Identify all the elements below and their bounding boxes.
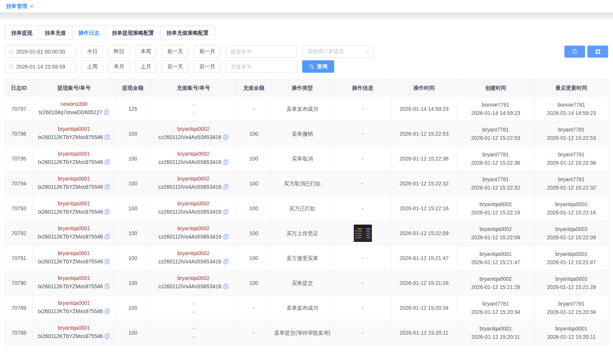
cell-operation-info: -: [334, 196, 391, 221]
charge-account-link[interactable]: bryantqa0002: [152, 125, 235, 133]
charge-account-link[interactable]: bryantqa0002: [152, 174, 235, 183]
log-id: 70791: [12, 255, 26, 261]
charge-account-link[interactable]: bryantqa0002: [152, 224, 235, 232]
copy-icon[interactable]: [223, 209, 229, 217]
copy-icon[interactable]: [223, 159, 229, 167]
close-icon[interactable]: ✕: [30, 3, 34, 9]
charge-account-link[interactable]: -: [152, 324, 235, 333]
cell-created-time: bryant7781 2026-01-12 15:22:36: [457, 146, 535, 171]
charge-account-link[interactable]: bryantqa0002: [152, 249, 235, 257]
withdraw-order-input[interactable]: [226, 45, 297, 58]
table-row: 70790 bryantqa0001 tx260112KTbYZMxs97554…: [5, 271, 608, 295]
copy-icon[interactable]: [223, 234, 229, 242]
header-last-updated-time: 最后更新时间: [535, 79, 608, 96]
charge-account-link[interactable]: -: [152, 101, 235, 109]
created-at: 2026-01-12 15:22:16: [459, 208, 533, 217]
cell-last-updated-time: bryantqa0002 2026-01-12 15:21:28: [535, 271, 608, 295]
created-at: 2026-01-14 14:59:23: [459, 109, 533, 117]
charge-account-link[interactable]: bryantqa0002: [152, 199, 235, 208]
page-tag[interactable]: 挂单管理 ✕: [6, 3, 34, 10]
withdraw-account-link[interactable]: bryantqa0001: [34, 324, 114, 332]
cell-charge-account-order: - -: [150, 295, 237, 320]
charge-account-link[interactable]: bryantqa0002: [152, 274, 235, 282]
copy-icon[interactable]: [104, 184, 110, 192]
quick-next-day-button[interactable]: 后一天: [162, 60, 189, 73]
table-row: 70793 bryantqa0001 tx260112KTbYZMxs97554…: [5, 196, 608, 221]
tab-withdraw-orders[interactable]: 挂单提现: [5, 26, 39, 40]
withdraw-account-link[interactable]: bryantqa0001: [34, 249, 114, 257]
copy-icon[interactable]: [223, 258, 229, 267]
copy-icon[interactable]: [104, 258, 110, 267]
tab-charge-orders[interactable]: 挂单充值: [38, 26, 72, 40]
withdraw-order-id: tx260112KTbYZMxs975546: [38, 134, 103, 140]
updated-by: bryantqa0001: [536, 250, 607, 258]
cell-log-id: 70792: [5, 221, 33, 246]
copy-icon[interactable]: [223, 134, 229, 142]
charge-amount: 100: [249, 230, 258, 236]
withdraw-order-id: tx260112KTbYZMxs975546: [38, 159, 103, 165]
cell-charge-amount: 100: [237, 271, 271, 295]
copy-icon[interactable]: [104, 109, 109, 118]
charge-amount: 100: [249, 156, 258, 162]
charge-account-link[interactable]: bryantqa0002: [152, 150, 235, 158]
cell-withdraw-amount: 100: [116, 295, 150, 320]
withdraw-order-id: tx260112KTbYZMxs975546: [38, 234, 103, 240]
search-icon: [309, 64, 314, 69]
copy-icon[interactable]: [104, 134, 110, 142]
copy-icon[interactable]: [104, 283, 110, 292]
withdraw-account-link[interactable]: bryantqa0001: [34, 125, 114, 133]
copy-icon[interactable]: [223, 283, 229, 292]
quick-today-button[interactable]: 今日: [81, 45, 103, 58]
withdraw-account-link[interactable]: bryantqa0001: [34, 199, 114, 208]
end-date-input[interactable]: 2026-01-14 23:59:59: [5, 60, 76, 73]
withdraw-order-id: tx260112KTbYZMxs975546: [38, 283, 103, 289]
table-row: 70797 newtest398 tx260108q7otvwDD605227 …: [5, 96, 608, 121]
start-date-input[interactable]: 2026-01-01 00:00:00: [5, 45, 76, 58]
copy-icon[interactable]: [104, 234, 110, 242]
withdraw-account-link[interactable]: newtest398: [34, 100, 114, 108]
withdraw-account-link[interactable]: bryantqa0001: [34, 174, 114, 183]
withdraw-order-id: tx260108q7otvwDD605227: [39, 109, 102, 115]
quick-last-week-button[interactable]: 上周: [81, 60, 103, 73]
cell-operation-type: 买方取消已打款: [271, 171, 334, 196]
withdraw-account-link[interactable]: bryantqa0001: [34, 224, 114, 232]
charge-account-link[interactable]: -: [152, 300, 235, 308]
order-status-select[interactable]: 请选择订单状态: [302, 45, 374, 58]
tab-charge-strategy-config[interactable]: 挂单充值策略配置: [160, 26, 215, 40]
refresh-button[interactable]: [564, 46, 585, 58]
withdraw-account-link[interactable]: bryantqa0001: [34, 150, 114, 158]
copy-icon[interactable]: [104, 333, 110, 341]
log-id: 70788: [12, 330, 26, 336]
withdraw-account-link[interactable]: bryantqa0001: [34, 299, 114, 307]
copy-icon[interactable]: [223, 184, 229, 192]
created-by: bryantqa0001: [459, 250, 533, 258]
copy-icon[interactable]: [104, 159, 110, 167]
cell-created-time: bryantqa0002 2026-01-12 15:22:16: [457, 196, 535, 221]
cell-operation-time: 2026-01-12 15:22:53: [391, 121, 457, 146]
quick-last-month-button[interactable]: 上月: [135, 60, 157, 73]
operation-info-text: -: [362, 180, 364, 187]
withdraw-amount: 100: [128, 330, 137, 336]
payment-proof-thumbnail[interactable]: [354, 225, 372, 242]
cell-operation-info: -: [334, 121, 391, 146]
quick-prev-month-button[interactable]: 前一月: [194, 45, 221, 58]
tab-operation-log[interactable]: 操作日志: [72, 26, 106, 40]
quick-yesterday-button[interactable]: 昨日: [108, 45, 130, 58]
table-header-row: 日志ID 提现账号/单号 提现金额 充值账号/单号 充值金额 操作类型 操作信息…: [5, 79, 608, 96]
quick-this-month-button[interactable]: 本月: [108, 60, 130, 73]
quick-prev-day-button[interactable]: 前一天: [162, 45, 189, 58]
withdraw-account-link[interactable]: bryantqa0001: [34, 274, 114, 282]
cell-charge-account-order: bryantqa0002 cz260112iVx4As5S653416: [150, 246, 237, 271]
copy-icon[interactable]: [104, 308, 110, 317]
charge-order-input[interactable]: [226, 60, 297, 73]
tab-withdraw-strategy-config[interactable]: 挂单提现策略配置: [105, 26, 161, 40]
cell-charge-amount: 100: [237, 221, 271, 246]
quick-next-month-button[interactable]: 后一月: [194, 60, 221, 73]
grid-view-button[interactable]: [587, 46, 608, 58]
copy-icon[interactable]: [104, 209, 110, 217]
operation-type: 卖方接受买单: [287, 255, 318, 261]
quick-this-week-button[interactable]: 本周: [135, 45, 157, 58]
query-button[interactable]: 查询: [302, 60, 334, 73]
cell-charge-amount: 100: [237, 246, 271, 271]
cell-log-id: 70788: [5, 320, 33, 345]
